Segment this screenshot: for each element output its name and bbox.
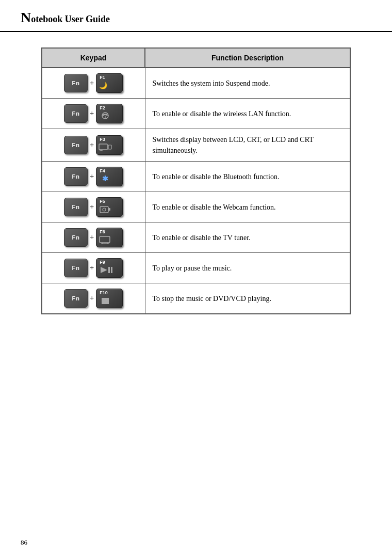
key-combo: Fn + F3 [64, 135, 123, 155]
func-key-F1: F1 🌙 [96, 73, 123, 93]
description-cell: To stop the music or DVD/VCD playing. [145, 283, 350, 314]
fn-key: Fn [64, 228, 88, 247]
key-combo: Fn + F2 [64, 104, 123, 123]
fkey-icon [98, 111, 112, 122]
svg-text:🌙: 🌙 [99, 81, 108, 90]
func-key-F10: F10 [96, 289, 123, 308]
fkey-icon [98, 142, 112, 153]
col-function: Function Description [145, 48, 350, 68]
svg-rect-17 [111, 267, 112, 273]
keypad-cell: Fn + F4 ✱ [42, 162, 145, 192]
table-row: Fn + F4 ✱ To enable or disable the Bluet… [42, 162, 350, 192]
func-key-F2: F2 [96, 104, 123, 123]
svg-rect-3 [99, 144, 107, 150]
fkey-label: F4 [98, 168, 105, 173]
page-footer: 86 [21, 538, 27, 547]
fn-key: Fn [64, 289, 88, 308]
plus-sign: + [90, 264, 94, 272]
fn-key: Fn [64, 136, 88, 154]
keypad-cell: Fn + F10 [42, 283, 145, 314]
fn-key: Fn [64, 259, 88, 277]
keypad-cell: Fn + F6 [42, 222, 145, 253]
fkey-icon: ✱ [98, 174, 112, 185]
table-row: Fn + F9 To play or pause the music. [42, 253, 350, 283]
plus-sign: + [90, 141, 94, 149]
description-cell: To enable or disable the TV tuner. [145, 222, 350, 253]
key-combo: Fn + F10 [64, 289, 123, 308]
svg-text:✱: ✱ [102, 175, 108, 183]
page-content: Keypad Function Description Fn + F1 🌙 Sw… [0, 32, 392, 330]
svg-rect-4 [108, 145, 111, 149]
fn-key: Fn [64, 167, 88, 186]
fkey-label: F6 [98, 229, 105, 234]
table-row: Fn + F3 Switches display between LCD, CR… [42, 129, 350, 162]
table-row: Fn + F10 To stop the music or DVD/VCD pl… [42, 283, 350, 314]
func-key-F3: F3 [96, 135, 123, 155]
svg-rect-9 [108, 208, 110, 211]
plus-sign: + [90, 203, 94, 211]
description-cell: To play or pause the music. [145, 253, 350, 283]
description-cell: To enable or disable the Webcam function… [145, 192, 350, 222]
key-combo: Fn + F1 🌙 [64, 73, 123, 93]
key-combo: Fn + F5 [64, 197, 123, 217]
svg-rect-16 [108, 267, 110, 273]
keypad-cell: Fn + F1 🌙 [42, 68, 145, 99]
func-key-F9: F9 [96, 258, 123, 278]
keypad-cell: Fn + F3 [42, 129, 145, 162]
fkey-icon [98, 204, 112, 215]
fkey-icon [98, 296, 112, 307]
description-cell: Switches the system into Suspend mode. [145, 68, 350, 99]
fkey-label: F10 [98, 290, 108, 295]
svg-point-10 [103, 208, 106, 211]
fkey-label: F3 [98, 137, 105, 142]
header-n: N [21, 9, 31, 26]
table-row: Fn + F6 To enable or disable the TV tune… [42, 222, 350, 253]
func-key-F6: F6 [96, 228, 123, 247]
fkey-label: F5 [98, 199, 105, 204]
keypad-cell: Fn + F5 [42, 192, 145, 222]
col-keypad: Keypad [42, 48, 145, 68]
fkey-icon: 🌙 [98, 81, 112, 91]
svg-marker-15 [101, 267, 107, 273]
fkey-label: F9 [98, 260, 105, 265]
plus-sign: + [90, 233, 94, 242]
plus-sign: + [90, 79, 94, 87]
fn-key: Fn [64, 104, 88, 123]
fkey-icon [98, 235, 112, 246]
description-cell: Switches display between LCD, CRT, or LC… [145, 129, 350, 162]
keypad-cell: Fn + F2 [42, 99, 145, 129]
svg-rect-11 [100, 236, 110, 243]
plus-sign: + [90, 294, 94, 303]
fkey-label: F2 [98, 105, 105, 110]
keypad-cell: Fn + F9 [42, 253, 145, 283]
description-cell: To enable or disable the wireless LAN fu… [145, 99, 350, 129]
key-combo: Fn + F9 [64, 258, 123, 278]
table-row: Fn + F2 To enable or disable the wireles… [42, 99, 350, 129]
page-number: 86 [21, 538, 27, 546]
plus-sign: + [90, 172, 94, 181]
header-title: otebook User Guide [31, 14, 110, 25]
plus-sign: + [90, 109, 94, 118]
table-row: Fn + F1 🌙 Switches the system into Suspe… [42, 68, 350, 99]
func-key-F5: F5 [96, 197, 123, 217]
page-header: N otebook User Guide [0, 0, 392, 32]
func-key-F4: F4 ✱ [96, 167, 123, 186]
fn-key: Fn [64, 198, 88, 216]
svg-rect-8 [100, 206, 108, 213]
description-cell: To enable or disable the Bluetooth funct… [145, 162, 350, 192]
fn-key: Fn [64, 74, 88, 92]
key-combo: Fn + F6 [64, 228, 123, 247]
fkey-icon [98, 265, 112, 276]
fkey-label: F1 [98, 75, 105, 80]
keypad-table: Keypad Function Description Fn + F1 🌙 Sw… [41, 47, 351, 314]
table-row: Fn + F5 To enable or disable the Webcam … [42, 192, 350, 222]
key-combo: Fn + F4 ✱ [64, 167, 123, 186]
svg-rect-18 [102, 298, 109, 304]
